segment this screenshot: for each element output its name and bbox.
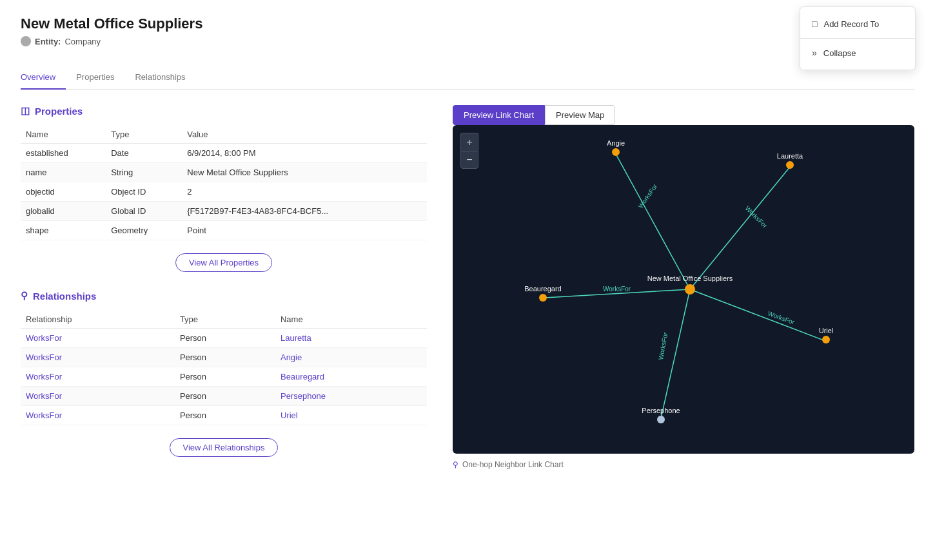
prop-value-cell: New Metal Office Suppliers [182, 163, 427, 182]
right-panel: Preview Link Chart Preview Map + − [453, 105, 914, 475]
prop-name-cell: objectid [21, 182, 106, 202]
tab-preview-map[interactable]: Preview Map [545, 105, 615, 125]
chart-footer-icon: ⚲ [453, 460, 458, 469]
svg-text:Beauregard: Beauregard [524, 285, 562, 293]
rel-name-cell: Uriel [275, 406, 427, 425]
rel-name-cell: Angie [275, 348, 427, 367]
entity-value: Company [64, 37, 101, 46]
svg-line-0 [616, 154, 690, 289]
prop-name-cell: shape [21, 221, 106, 240]
relationships-row-0: WorksFor Person Lauretta [21, 329, 427, 348]
zoom-in-button[interactable]: + [460, 133, 478, 151]
tab-preview-link-chart[interactable]: Preview Link Chart [453, 105, 545, 125]
svg-point-16 [539, 294, 547, 302]
tab-properties[interactable]: Properties [66, 67, 124, 90]
left-panel: ◫ Properties Name Type Value established… [21, 105, 427, 475]
page-title: New Metal Office Suppliers [21, 15, 914, 32]
relationships-row-3: WorksFor Person Persephone [21, 387, 427, 406]
svg-point-12 [612, 148, 620, 156]
rel-col-relationship: Relationship [21, 311, 175, 329]
rel-col-name: Name [275, 311, 427, 329]
properties-row-4: shape Geometry Point [21, 221, 427, 240]
properties-icon: ◫ [21, 105, 30, 117]
prop-type-cell: Object ID [106, 182, 182, 202]
prop-type-cell: Global ID [106, 202, 182, 221]
rel-type-cell: Person [175, 367, 275, 387]
collapse-icon: » [812, 48, 817, 58]
svg-text:Uriel: Uriel [819, 327, 834, 334]
view-all-properties-button[interactable]: View All Properties [175, 253, 272, 272]
svg-text:WorksFor: WorksFor [657, 331, 669, 360]
collapse-label: Collapse [823, 48, 856, 58]
prop-type-cell: String [106, 163, 182, 182]
properties-row-2: objectid Object ID 2 [21, 182, 427, 202]
rel-name-cell: Lauretta [275, 329, 427, 348]
chart-footer-text: One-hop Neighbor Link Chart [462, 460, 564, 469]
add-record-label: Add Record To [823, 19, 879, 29]
properties-row-0: established Date 6/9/2014, 8:00 PM [21, 144, 427, 163]
properties-section-header: ◫ Properties [21, 105, 427, 117]
prop-value-cell: 6/9/2014, 8:00 PM [182, 144, 427, 163]
relationships-heading: Relationships [33, 291, 96, 302]
prop-name-cell: name [21, 163, 106, 182]
properties-row-1: name String New Metal Office Suppliers [21, 163, 427, 182]
relationships-table-header-row: Relationship Type Name [21, 311, 427, 329]
rel-relationship-cell: WorksFor [21, 348, 175, 367]
chart-controls: + − [460, 133, 478, 169]
svg-text:New Metal Office Suppliers: New Metal Office Suppliers [647, 275, 733, 282]
rel-type-cell: Person [175, 406, 275, 425]
prop-type-cell: Geometry [106, 221, 182, 240]
prop-col-name: Name [21, 126, 106, 144]
rel-type-cell: Person [175, 329, 275, 348]
svg-text:WorksFor: WorksFor [603, 285, 631, 293]
view-all-relationships-button[interactable]: View All Relationships [170, 438, 279, 457]
prop-type-cell: Date [106, 144, 182, 163]
svg-text:Lauretta: Lauretta [777, 152, 803, 160]
svg-point-10 [685, 284, 695, 294]
svg-line-3 [690, 289, 825, 341]
relationships-row-1: WorksFor Person Angie [21, 348, 427, 367]
properties-heading: Properties [35, 106, 83, 117]
relationships-section-header: ⚲ Relationships [21, 290, 427, 302]
link-chart-svg: WorksFor WorksFor WorksFor WorksFor Work… [453, 125, 914, 454]
rel-relationship-cell: WorksFor [21, 406, 175, 425]
prop-name-cell: established [21, 144, 106, 163]
svg-point-20 [657, 416, 665, 423]
prop-name-cell: globalid [21, 202, 106, 221]
relationships-section: ⚲ Relationships Relationship Type Name W… [21, 290, 427, 457]
svg-text:WorksFor: WorksFor [767, 310, 796, 326]
svg-point-18 [822, 336, 830, 343]
add-record-item[interactable]: □ Add Record To [800, 12, 915, 35]
svg-line-1 [690, 167, 790, 289]
entity-icon [21, 36, 31, 46]
svg-text:Persephone: Persephone [642, 407, 680, 414]
tab-overview[interactable]: Overview [21, 67, 66, 90]
properties-row-3: globalid Global ID {F5172B97-F4E3-4A83-8… [21, 202, 427, 221]
rel-relationship-cell: WorksFor [21, 367, 175, 387]
svg-text:Angie: Angie [607, 139, 625, 147]
tabs-bar: Overview Properties Relationships [21, 67, 914, 90]
tab-relationships[interactable]: Relationships [124, 67, 195, 90]
dropdown-panel: □ Add Record To » Collapse [800, 6, 916, 70]
relationships-icon: ⚲ [21, 290, 28, 302]
rel-name-cell: Persephone [275, 387, 427, 406]
rel-col-type: Type [175, 311, 275, 329]
chart-container: + − WorksFor [453, 125, 914, 454]
relationships-row-2: WorksFor Person Beauregard [21, 367, 427, 387]
main-content: ◫ Properties Name Type Value established… [21, 105, 914, 475]
rel-relationship-cell: WorksFor [21, 329, 175, 348]
prop-col-value: Value [182, 126, 427, 144]
prop-value-cell: {F5172B97-F4E3-4A83-8FC4-BCF5... [182, 202, 427, 221]
zoom-out-button[interactable]: − [460, 151, 478, 169]
rel-name-cell: Beauregard [275, 367, 427, 387]
collapse-item[interactable]: » Collapse [800, 41, 915, 64]
prop-value-cell: 2 [182, 182, 427, 202]
relationships-table: Relationship Type Name WorksFor Person L… [21, 311, 427, 425]
svg-point-14 [786, 161, 794, 169]
add-record-icon: □ [812, 19, 817, 29]
svg-text:WorksFor: WorksFor [637, 182, 659, 209]
rel-type-cell: Person [175, 387, 275, 406]
chart-footer: ⚲ One-hop Neighbor Link Chart [453, 460, 914, 469]
header-area: New Metal Office Suppliers Entity: Compa… [21, 15, 914, 46]
prop-col-type: Type [106, 126, 182, 144]
